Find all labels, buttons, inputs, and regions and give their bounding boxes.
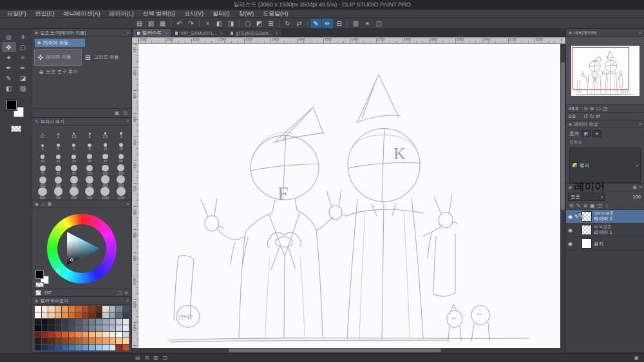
history-swatch-9[interactable] [89, 306, 95, 312]
brush-size-1000[interactable]: 1000 [97, 188, 113, 200]
tool-zoom[interactable]: ◎ [2, 32, 16, 42]
toolbar-invert-selection-button[interactable]: ◩ [254, 19, 265, 28]
subtool-item-2[interactable]: ⊞그리드 이동 [82, 50, 129, 65]
brush-size-2.5[interactable]: 2.5 [97, 127, 113, 138]
menu-item-4[interactable]: 레이어(L) [105, 10, 138, 18]
tool-pen[interactable]: ✒ [2, 62, 16, 73]
navigator-zoom-icon-1[interactable]: ⊖ [583, 106, 588, 111]
history-swatch-65[interactable] [89, 332, 95, 338]
toolbar-select-border-button[interactable]: ⊞ [265, 19, 276, 28]
history-swatch-50[interactable] [82, 325, 89, 331]
layer-row-3[interactable]: ◉용지 [566, 237, 644, 251]
tool-gradient[interactable]: ▨ [16, 83, 30, 93]
menu-item-1[interactable]: 파일(F) [3, 10, 31, 18]
history-swatch-45[interactable] [48, 325, 55, 331]
history-swatch-80[interactable] [96, 338, 102, 344]
vertical-scrollbar[interactable] [560, 44, 565, 348]
layer-lock-icon-1[interactable]: ⊞ [569, 203, 574, 209]
brush-size-200[interactable]: 200 [113, 164, 129, 175]
history-swatch-96[interactable] [109, 345, 116, 350]
toolbar-grid-toggle-button[interactable]: ▥ [350, 19, 361, 28]
hue-selector-dot[interactable] [56, 269, 60, 273]
history-swatch-70[interactable] [123, 332, 129, 338]
duplicate-subtool-icon[interactable]: ▣ [115, 110, 120, 116]
history-swatch-15[interactable] [35, 312, 41, 318]
history-swatch-7[interactable] [75, 306, 82, 312]
brush-size-400[interactable]: 400 [82, 176, 97, 187]
panel-menu-icon[interactable]: ≡ [126, 119, 129, 124]
history-swatch-20[interactable] [69, 312, 75, 318]
foreground-color-swatch[interactable] [6, 100, 17, 110]
brush-size-1200[interactable]: 1200 [113, 188, 129, 200]
history-swatch-33[interactable] [62, 319, 68, 325]
tool-eraser[interactable]: ◪ [16, 73, 30, 83]
toolbar-delete-button[interactable]: × [202, 19, 213, 28]
history-swatch-97[interactable] [116, 345, 122, 350]
layer-lock-icon-5[interactable]: ◫ [598, 203, 603, 209]
subtool-item-1[interactable]: ✜레이어 이동 [35, 50, 81, 65]
history-swatch-91[interactable] [75, 345, 82, 350]
tool-eyedropper[interactable]: ✧ [16, 52, 30, 62]
layer-row-2[interactable]: ◉42 % 표준레이어 1 [566, 224, 644, 237]
history-swatch-48[interactable] [69, 325, 75, 331]
history-swatch-49[interactable] [75, 325, 82, 331]
vertical-scrollbar-thumb[interactable] [561, 62, 565, 210]
brush-size-0.7[interactable]: 0.7 [35, 127, 50, 138]
sv-selector-dot[interactable] [70, 258, 73, 262]
history-swatch-87[interactable] [48, 345, 55, 350]
expression-color-select[interactable]: 컬러 ▾ [569, 148, 641, 183]
subtool-group-tab[interactable]: ✜ 레이어 이동 [35, 39, 85, 47]
history-swatch-73[interactable] [48, 338, 55, 344]
status-icon-2[interactable]: ⊞ [145, 355, 149, 361]
document-tab-1[interactable]: 일러스트× [133, 29, 171, 37]
history-swatch-1[interactable] [35, 306, 41, 312]
brush-size-350[interactable]: 350 [66, 176, 82, 187]
history-swatch-95[interactable] [102, 345, 109, 350]
layer-caption-icon-1[interactable]: ▣ [632, 185, 637, 190]
visibility-eye-icon[interactable]: ◉ [568, 214, 573, 220]
history-swatch-27[interactable] [116, 312, 122, 318]
color-wheel-footer-icon-1[interactable]: ▢ [118, 291, 122, 296]
visibility-eye-icon[interactable]: ◉ [568, 227, 573, 233]
history-swatch-53[interactable] [102, 325, 109, 331]
tool-selection[interactable]: ▢ [16, 42, 30, 52]
history-swatch-72[interactable] [42, 338, 48, 344]
history-swatch-88[interactable] [55, 345, 62, 350]
history-swatch-47[interactable] [62, 325, 68, 331]
brush-size-10[interactable]: 10 [97, 139, 113, 151]
menu-item-2[interactable]: 편집(E) [31, 10, 59, 18]
toolbar-workspace-button[interactable]: ◫ [374, 19, 384, 28]
toolbar-undo-button[interactable]: ↶ [174, 19, 185, 28]
history-swatch-74[interactable] [55, 338, 62, 344]
layer-opacity-value[interactable]: 100 [632, 194, 644, 200]
toolbar-material-button[interactable]: ≡ [362, 19, 373, 28]
canvas-viewport[interactable]: F K 건배? [138, 44, 560, 348]
color-wheel[interactable] [32, 208, 131, 289]
history-swatch-69[interactable] [116, 332, 122, 338]
brush-size-50[interactable]: 50 [97, 151, 113, 163]
toolbar-redo-button[interactable]: ↷ [185, 19, 196, 28]
brush-size-900[interactable]: 900 [82, 188, 97, 200]
history-swatch-8[interactable] [82, 306, 89, 312]
menu-item-8[interactable]: 창(W) [234, 10, 259, 18]
history-swatch-6[interactable] [69, 306, 75, 312]
history-swatch-23[interactable] [89, 312, 95, 318]
history-swatch-46[interactable] [55, 325, 62, 331]
history-swatch-24[interactable] [96, 312, 102, 318]
history-swatch-56[interactable] [123, 325, 129, 331]
history-swatch-26[interactable] [109, 312, 116, 318]
brush-size-600[interactable]: 600 [35, 188, 50, 200]
history-swatch-84[interactable] [123, 338, 129, 344]
navigator-zoom-icon-3[interactable]: ▭ [596, 106, 601, 111]
brush-size-8[interactable]: 8 [82, 139, 97, 151]
blend-mode-select[interactable]: 표준 ▾ [568, 193, 605, 201]
history-swatch-44[interactable] [42, 325, 48, 331]
navigator-view-rect[interactable] [573, 47, 629, 90]
history-swatch-39[interactable] [102, 319, 109, 325]
history-swatch-42[interactable] [123, 319, 129, 325]
history-swatch-3[interactable] [48, 306, 55, 312]
history-swatch-29[interactable] [35, 319, 41, 325]
menu-item-5[interactable]: 선택 범위(S) [138, 10, 180, 18]
history-swatch-86[interactable] [42, 345, 48, 350]
horizontal-scrollbar-thumb[interactable] [229, 348, 441, 352]
